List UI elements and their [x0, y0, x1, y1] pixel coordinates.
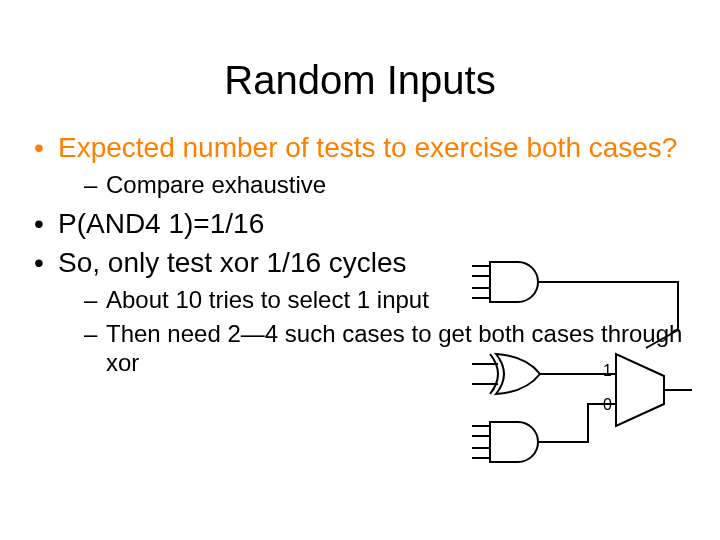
- bullet-item: Expected number of tests to exercise bot…: [30, 131, 694, 199]
- bullet-text: Expected number of tests to exercise bot…: [58, 132, 677, 163]
- svg-marker-13: [616, 354, 664, 426]
- bullet-text: So, only test xor 1/16 cycles: [58, 247, 407, 278]
- bullet-list-lv2: Compare exhaustive: [58, 170, 694, 199]
- bullet-item: P(AND4 1)=1/16: [30, 207, 694, 240]
- slide: Random Inputs Expected number of tests t…: [0, 58, 720, 540]
- xor-gate-icon: [472, 354, 576, 394]
- and4-gate-top-icon: [472, 262, 560, 302]
- slide-title: Random Inputs: [0, 58, 720, 103]
- sub-bullet-text: About 10 tries to select 1 input: [106, 286, 429, 313]
- mux-label-1: 1: [603, 362, 612, 379]
- bullet-text: P(AND4 1)=1/16: [58, 208, 264, 239]
- and4-gate-bottom-icon: [472, 422, 568, 462]
- circuit-diagram: 1 0: [468, 254, 698, 474]
- mux-icon: 1 0: [603, 354, 692, 426]
- mux-label-0: 0: [603, 396, 612, 413]
- wire-icon: [560, 282, 678, 348]
- sub-bullet-text: Compare exhaustive: [106, 171, 326, 198]
- sub-bullet-item: Compare exhaustive: [58, 170, 694, 199]
